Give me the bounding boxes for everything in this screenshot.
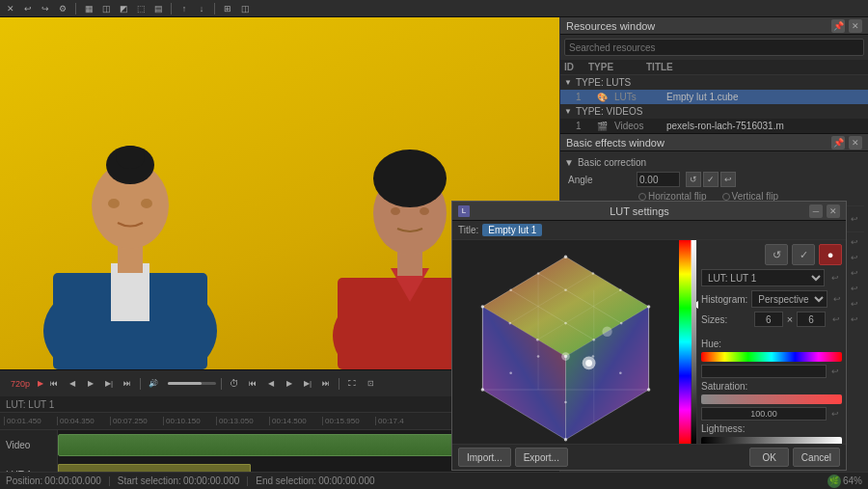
frame-forward-btn[interactable]: ▶| bbox=[101, 376, 117, 392]
volume-icon[interactable]: 🔊 bbox=[146, 376, 161, 392]
histogram-label: Histogram: bbox=[701, 294, 747, 305]
export-btn[interactable]: Export... bbox=[515, 448, 568, 467]
effects-close-btn[interactable]: ✕ bbox=[849, 136, 862, 149]
grid-icon[interactable]: ⊞ bbox=[221, 2, 234, 15]
arrow-down-icon[interactable]: ↓ bbox=[195, 2, 208, 15]
tool3-icon[interactable]: ◩ bbox=[117, 2, 130, 15]
contrast-reset[interactable]: ↩ bbox=[849, 252, 860, 263]
time-icon[interactable]: ⏱ bbox=[227, 376, 242, 392]
person-left bbox=[29, 80, 231, 369]
lut-reset-btn[interactable]: ↩ bbox=[849, 213, 860, 225]
crop-btn[interactable]: ⊡ bbox=[363, 376, 378, 392]
lut-dialog: L LUT settings ─ ✕ Title: Empty lut 1 bbox=[451, 201, 847, 471]
skip-forward-btn[interactable]: ⏭ bbox=[120, 376, 135, 392]
hue-input[interactable] bbox=[701, 365, 827, 378]
next-btn[interactable]: ▶| bbox=[300, 376, 315, 392]
zoom-value: 64% bbox=[843, 475, 862, 486]
title-input-tag[interactable]: Empty lut 1 bbox=[482, 224, 542, 236]
undo-icon[interactable]: ↩ bbox=[21, 2, 35, 15]
saturation-input[interactable] bbox=[701, 407, 827, 421]
dialog-reset-btn[interactable]: ↺ bbox=[765, 244, 788, 265]
next-frame-btn[interactable]: ⏭ bbox=[318, 376, 334, 392]
skip-back-btn[interactable]: ⏮ bbox=[46, 376, 62, 392]
sizes-separator: × bbox=[787, 313, 793, 325]
vertical-flip-radio bbox=[722, 193, 730, 201]
color-cube-area[interactable] bbox=[452, 240, 679, 444]
resources-close-btn[interactable]: ✕ bbox=[849, 19, 862, 33]
hue-gradient[interactable] bbox=[701, 352, 842, 362]
lut-name-reset[interactable]: ↩ bbox=[828, 271, 842, 285]
brightness-reset[interactable]: ↩ bbox=[849, 236, 860, 248]
settings-icon[interactable]: ⚙ bbox=[56, 2, 69, 15]
lut-info: LUT: LUT 1 bbox=[6, 399, 54, 410]
prev-btn[interactable]: ◀ bbox=[263, 376, 279, 392]
svg-point-59 bbox=[619, 372, 622, 375]
angle-reset-btn[interactable]: ↺ bbox=[686, 172, 701, 187]
saturation-reset[interactable]: ↩ bbox=[828, 407, 842, 421]
hue-input-row: ↩ bbox=[701, 365, 842, 378]
gradient-strip[interactable] bbox=[679, 240, 696, 444]
angle-undo-btn[interactable]: ↩ bbox=[720, 172, 736, 187]
resources-search-input[interactable] bbox=[564, 39, 864, 56]
dialog-apply-btn[interactable]: ✓ bbox=[792, 244, 815, 265]
red-reset[interactable]: ↩ bbox=[849, 283, 860, 294]
frame-back-btn[interactable]: ◀ bbox=[65, 376, 80, 392]
dialog-record-btn[interactable]: ● bbox=[819, 244, 842, 265]
size-input-1[interactable] bbox=[754, 312, 783, 327]
blue-reset[interactable]: ↩ bbox=[849, 313, 860, 325]
ruler-mark-6: 00:14.500 bbox=[269, 417, 322, 425]
basic-correction-header[interactable]: ▼ Basic correction bbox=[564, 155, 864, 170]
ruler-mark-8: 00:17.4 bbox=[375, 417, 428, 425]
ok-btn[interactable]: OK bbox=[749, 448, 788, 467]
play-btn[interactable]: ▶ bbox=[83, 376, 98, 392]
arrow-up-icon[interactable]: ↑ bbox=[177, 2, 191, 15]
end-value: 00:00:00.000 bbox=[318, 475, 374, 486]
svg-point-55 bbox=[537, 355, 540, 358]
histogram-select[interactable]: Perspective bbox=[751, 290, 827, 308]
angle-input[interactable] bbox=[637, 172, 680, 187]
lut-item-1[interactable]: 1 🎨 LUTs Empty lut 1.cube bbox=[560, 90, 868, 104]
play2-btn[interactable]: ▶ bbox=[282, 376, 297, 392]
resources-pin-btn[interactable]: 📌 bbox=[831, 19, 845, 33]
ruler-mark-1: 00:01.450 bbox=[4, 417, 57, 425]
lightness-gradient[interactable] bbox=[701, 437, 842, 444]
histogram-reset[interactable]: ↩ bbox=[831, 292, 842, 306]
view-icon[interactable]: ◫ bbox=[238, 2, 252, 15]
fullscreen-btn[interactable]: ⛶ bbox=[344, 376, 360, 392]
green-reset[interactable]: ↩ bbox=[849, 298, 860, 310]
videos-group-header[interactable]: ▼ TYPE: VIDEOS bbox=[560, 104, 868, 119]
tool4-icon[interactable]: ⬚ bbox=[134, 2, 148, 15]
tool5-icon[interactable]: ▤ bbox=[151, 2, 165, 15]
dialog-minimize-btn[interactable]: ─ bbox=[809, 204, 823, 218]
lut-name-select[interactable]: LUT: LUT 1 bbox=[701, 269, 825, 286]
luts-group-header[interactable]: ▼ TYPE: LUTS bbox=[560, 75, 868, 90]
gamma-reset[interactable]: ↩ bbox=[849, 267, 860, 279]
import-btn[interactable]: Import... bbox=[458, 448, 511, 467]
close-icon[interactable]: ✕ bbox=[4, 2, 17, 15]
saturation-gradient[interactable] bbox=[701, 394, 842, 404]
separator-1 bbox=[75, 3, 76, 14]
dialog-app-icon: L bbox=[458, 205, 470, 217]
video-item-1[interactable]: 1 🎬 Videos pexels-ron-lach-7516031.m bbox=[560, 119, 868, 133]
redo-icon[interactable]: ↪ bbox=[39, 2, 52, 15]
effects-header: Basic effects window 📌 ✕ bbox=[560, 134, 868, 151]
dialog-close-btn[interactable]: ✕ bbox=[827, 204, 840, 218]
volume-control[interactable] bbox=[168, 382, 216, 385]
hue-reset[interactable]: ↩ bbox=[828, 365, 842, 378]
svg-point-43 bbox=[481, 305, 484, 308]
effects-pin-btn[interactable]: 📌 bbox=[831, 136, 845, 149]
svg-point-46 bbox=[592, 272, 595, 275]
size-input-2[interactable] bbox=[797, 312, 826, 327]
sizes-reset[interactable]: ↩ bbox=[829, 312, 842, 326]
lut-item-title: Empty lut 1.cube bbox=[666, 92, 738, 102]
svg-point-40 bbox=[647, 388, 650, 391]
cancel-btn[interactable]: Cancel bbox=[793, 448, 840, 467]
tool1-icon[interactable]: ▦ bbox=[82, 2, 95, 15]
tool2-icon[interactable]: ◫ bbox=[99, 2, 113, 15]
record-indicator: ▶ bbox=[38, 379, 43, 388]
prev-frame-btn[interactable]: ⏮ bbox=[245, 376, 260, 392]
ruler-mark-7: 00:15.950 bbox=[322, 417, 375, 425]
angle-apply-btn[interactable]: ✓ bbox=[703, 172, 719, 187]
svg-point-6 bbox=[116, 146, 145, 169]
sizes-row: Sizes: × ↩ bbox=[701, 312, 842, 327]
